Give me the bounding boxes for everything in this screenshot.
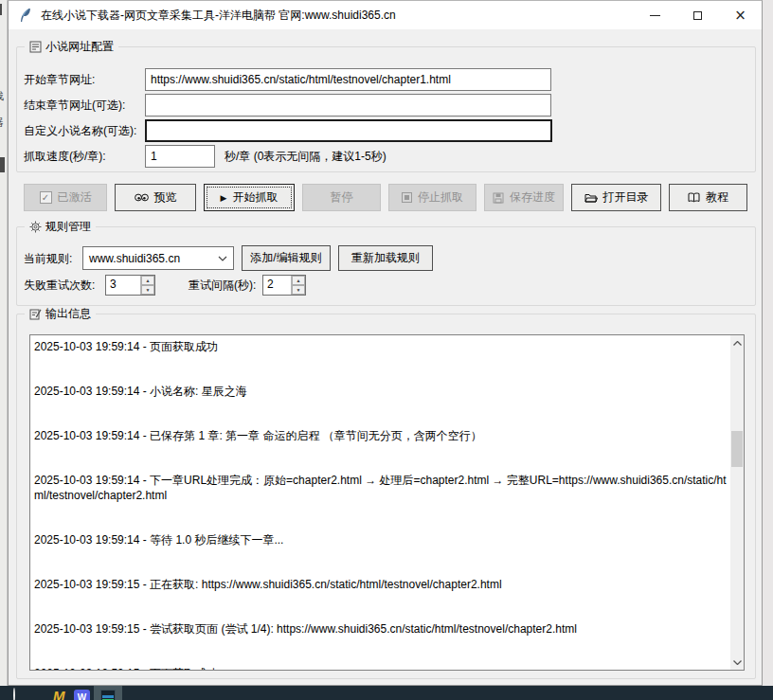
retry-interval-spinner[interactable]: 2 ▲ ▼ — [262, 275, 306, 296]
activated-button: ✓ 已激活 — [24, 184, 107, 211]
retry-interval-value: 2 — [263, 276, 291, 295]
end-url-label: 结束章节网址(可选): — [24, 94, 125, 117]
maximize-icon — [693, 11, 702, 20]
spinner-down-icon[interactable]: ▼ — [292, 285, 305, 295]
log-text: 2025-10-03 19:59:14 - 页面获取成功 2025-10-03 … — [30, 335, 730, 670]
taskbar-app-icon[interactable] — [100, 690, 116, 700]
current-rule-label: 当前规则: — [24, 247, 72, 270]
taskbar-word-icon[interactable]: W — [74, 690, 90, 700]
taskbar-avatar-icon[interactable] — [13, 689, 15, 700]
taskbar-m-icon[interactable]: M — [53, 690, 65, 700]
log-area[interactable]: 2025-10-03 19:59:14 - 页面获取成功 2025-10-03 … — [29, 334, 745, 671]
close-icon: × — [734, 9, 746, 23]
checkbox-checked-icon: ✓ — [40, 191, 52, 204]
titlebar[interactable]: 在线小说下载器-网页文章采集工具-洋洋电脑帮 官网:www.shuidi365.… — [9, 1, 762, 29]
floppy-icon — [493, 192, 504, 204]
taskbar[interactable]: M W — [0, 686, 773, 700]
scrollbar-thumb[interactable] — [731, 431, 743, 467]
custom-name-input[interactable] — [145, 119, 552, 142]
memo-pencil-icon — [29, 308, 42, 320]
group-title: 小说网址配置 — [45, 39, 114, 55]
custom-name-label: 自定义小说名称(可选): — [24, 119, 136, 142]
folder-icon — [584, 192, 598, 203]
start-url-label: 开始章节网址: — [24, 68, 95, 91]
tutorial-button[interactable]: 教程 — [669, 184, 747, 211]
background-glyph-fragment: 器 — [0, 116, 4, 130]
python-feather-icon — [18, 8, 33, 23]
stop-crawl-button: 停止抓取 — [388, 184, 476, 211]
current-rule-combobox[interactable]: www.shuidi365.cn — [82, 246, 234, 270]
minimize-button[interactable] — [634, 1, 676, 29]
retry-interval-label: 重试间隔(秒): — [189, 274, 256, 296]
background-fragment — [0, 157, 5, 172]
chevron-down-icon — [212, 256, 233, 261]
play-icon: ▶ — [221, 193, 227, 203]
eyes-icon — [135, 193, 149, 202]
speed-input[interactable]: 1 — [145, 145, 215, 168]
spinner-up-icon[interactable]: ▲ — [292, 276, 305, 285]
minimize-icon — [650, 15, 660, 16]
group-title: 输出信息 — [45, 306, 91, 322]
app-window: 在线小说下载器-网页文章采集工具-洋洋电脑帮 官网:www.shuidi365.… — [8, 0, 763, 686]
start-crawl-button[interactable]: ▶ 开始抓取 — [204, 184, 295, 211]
log-scrollbar[interactable] — [730, 335, 744, 670]
add-edit-rule-button[interactable]: 添加/编辑规则 — [242, 245, 331, 271]
background-window-sliver: 浅 器 — [0, 0, 8, 686]
spinner-up-icon[interactable]: ▲ — [141, 276, 154, 285]
current-rule-value: www.shuidi365.cn — [83, 252, 212, 265]
preview-button[interactable]: 预览 — [115, 184, 196, 211]
form-icon — [29, 41, 42, 53]
book-icon — [688, 192, 700, 203]
start-url-input[interactable]: https://www.shuidi365.cn/static/html/tes… — [145, 68, 551, 91]
window-title: 在线小说下载器-网页文章采集工具-洋洋电脑帮 官网:www.shuidi365.… — [41, 1, 396, 29]
pause-button: 暂停 — [302, 184, 381, 211]
group-output-info: 输出信息 2025-10-03 19:59:14 - 页面获取成功 2025-1… — [16, 314, 756, 679]
gear-icon — [29, 221, 42, 233]
open-directory-button[interactable]: 打开目录 — [571, 184, 661, 211]
retry-count-label: 失败重试次数: — [24, 274, 95, 296]
group-title: 规则管理 — [45, 219, 91, 235]
save-progress-button: 保存进度 — [484, 184, 564, 211]
spinner-down-icon[interactable]: ▼ — [141, 285, 154, 295]
close-button[interactable]: × — [719, 1, 762, 29]
maximize-button[interactable] — [676, 1, 719, 29]
retry-count-spinner[interactable]: 3 ▲ ▼ — [105, 275, 155, 296]
end-url-input[interactable] — [145, 94, 551, 117]
scroll-up-icon[interactable] — [730, 335, 744, 350]
stop-icon — [402, 192, 412, 203]
reload-rules-button[interactable]: 重新加载规则 — [338, 245, 433, 271]
scroll-down-icon[interactable] — [730, 655, 744, 670]
background-glyph-fragment: 浅 — [0, 89, 4, 103]
background-fragment — [0, 4, 2, 15]
speed-label: 抓取速度(秒/章): — [24, 145, 106, 168]
retry-count-value: 3 — [106, 276, 140, 295]
speed-hint: 秒/章 (0表示无间隔，建议1-5秒) — [225, 145, 386, 168]
